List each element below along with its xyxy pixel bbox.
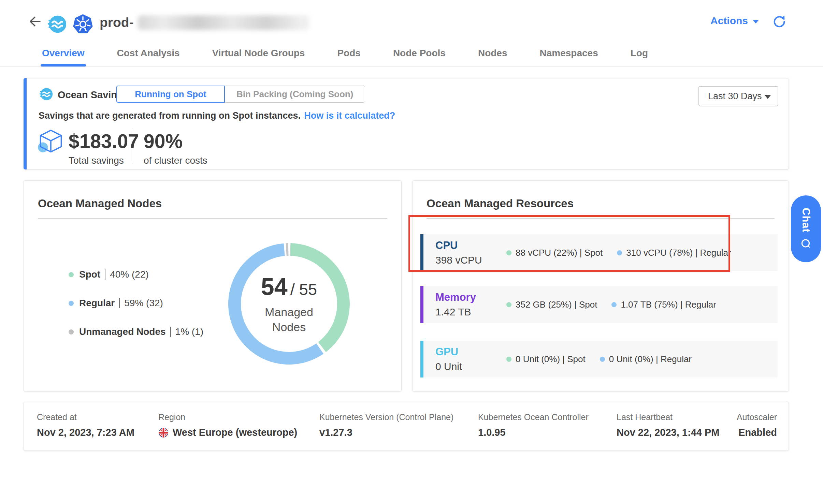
running-on-spot-toggle[interactable]: Running on Spot — [116, 86, 225, 103]
back-arrow-icon — [27, 14, 42, 29]
kubernetes-logo-icon — [72, 14, 93, 35]
redacted-cluster-name — [138, 15, 309, 30]
total-savings-label: Total savings — [69, 155, 139, 166]
divider — [38, 218, 387, 219]
spot-legend-dot — [506, 357, 511, 362]
tab-nodes[interactable]: Nodes — [478, 40, 507, 66]
regular-legend-dot — [600, 357, 605, 362]
how-calculated-link[interactable]: How is it calculated? — [304, 110, 395, 121]
total-savings-value: $183.07 — [69, 132, 139, 151]
footer-last-heartbeat: Last Heartbeat Nov 22, 2023, 1:44 PM — [617, 412, 719, 438]
legend-item-regular: Regular 59% (32) — [69, 297, 203, 309]
managed-resources-title: Ocean Managed Resources — [427, 197, 574, 210]
chat-button[interactable]: Chat — [791, 195, 821, 262]
cpu-legend: 88 vCPU (22%) | Spot 310 vCPU (78%) | Re… — [506, 248, 731, 258]
legend-item-spot: Spot 40% (22) — [69, 269, 203, 280]
ocean-savings-icon — [39, 87, 54, 102]
tab-pods[interactable]: Pods — [337, 40, 360, 66]
gpu-color-bar — [420, 341, 423, 377]
unmanaged-legend-dot — [69, 329, 74, 335]
cluster-cost-percent-label: of cluster costs — [144, 155, 207, 166]
resource-row-memory: Memory 1.42 TB 352 GB (25%) | Spot 1.07 … — [420, 286, 778, 323]
divider — [427, 218, 775, 219]
legend-item-unmanaged: Unmanaged Nodes 1% (1) — [69, 326, 203, 338]
memory-total: 1.42 TB — [435, 306, 506, 318]
gpu-legend: 0 Unit (0%) | Spot 0 Unit (0%) | Regular — [506, 354, 692, 365]
tab-node-pools[interactable]: Node Pools — [393, 40, 446, 66]
footer-created-at: Created at Nov 2, 2023, 7:23 AM — [37, 412, 134, 438]
ocean-cluster-overview-page: prod- Actions Overview Cost Analysis Vir… — [0, 0, 823, 504]
chevron-down-icon — [765, 95, 771, 99]
period-dropdown[interactable]: Last 30 Days — [698, 86, 778, 106]
gpu-total: 0 Unit — [435, 361, 506, 372]
donut-caption: Managed Nodes — [265, 305, 313, 335]
stats-divider — [133, 130, 133, 162]
cluster-cost-percent-value: 90% — [144, 132, 207, 151]
tab-virtual-node-groups[interactable]: Virtual Node Groups — [212, 40, 305, 66]
refresh-button[interactable] — [772, 14, 787, 29]
spot-legend-dot — [69, 272, 74, 277]
cpu-label: CPU — [435, 239, 506, 252]
tab-bar: Overview Cost Analysis Virtual Node Grou… — [0, 40, 823, 67]
tab-namespaces[interactable]: Namespaces — [539, 40, 598, 66]
ocean-savings-banner: Ocean Savings: Running on Spot Bin Packi… — [24, 78, 789, 169]
total-savings-stat: $183.07 Total savings — [69, 132, 139, 166]
spot-legend-dot — [506, 302, 511, 307]
banner-accent-bar — [24, 78, 27, 169]
footer-autoscaler: Autoscaler Enabled — [737, 412, 777, 438]
total-count: / 55 — [290, 280, 317, 299]
ocean-logo-icon — [46, 14, 68, 35]
autoscaler-status: Enabled — [737, 427, 777, 438]
regular-legend-dot — [69, 301, 74, 306]
gpu-label: GPU — [435, 346, 506, 358]
spot-legend-dot — [506, 250, 511, 255]
managed-nodes-title: Ocean Managed Nodes — [38, 197, 162, 210]
top-header: prod- Actions — [0, 0, 823, 40]
tab-log[interactable]: Log — [631, 40, 648, 66]
savings-cube-icon — [38, 128, 64, 155]
memory-legend: 352 GB (25%) | Spot 1.07 TB (75%) | Regu… — [506, 299, 716, 310]
managed-nodes-legend: Spot 40% (22) Regular 59% (32) Unmanaged… — [69, 269, 203, 338]
footer-ocean-controller: Kubernetes Ocean Controller 1.0.95 — [478, 412, 589, 438]
chat-label: Chat — [800, 208, 812, 233]
tab-overview[interactable]: Overview — [42, 40, 85, 66]
chevron-down-icon — [753, 20, 759, 24]
cpu-total: 398 vCPU — [435, 254, 506, 266]
page-title: prod- — [100, 15, 134, 30]
cpu-color-bar — [420, 234, 423, 271]
refresh-icon — [772, 14, 786, 29]
regular-legend-dot — [611, 302, 617, 307]
managed-count: 54 — [261, 273, 288, 300]
footer-region: Region West Europe (westeurope) — [158, 412, 297, 438]
managed-nodes-card: Ocean Managed Nodes Spot 40% (22) Regula… — [24, 180, 402, 391]
savings-description: Savings that are generated from running … — [39, 110, 395, 121]
legend-separator — [105, 269, 105, 280]
legend-separator — [170, 327, 171, 337]
regular-legend-dot — [617, 250, 622, 255]
tab-cost-analysis[interactable]: Cost Analysis — [117, 40, 180, 66]
managed-resources-card: Ocean Managed Resources CPU 398 vCPU 88 … — [412, 180, 789, 391]
actions-label: Actions — [710, 15, 748, 27]
actions-button[interactable]: Actions — [710, 15, 759, 27]
managed-nodes-donut: 54 / 55 Managed Nodes — [224, 239, 354, 369]
memory-color-bar — [420, 286, 423, 323]
uk-flag-icon — [158, 428, 169, 438]
cluster-cost-percent-stat: 90% of cluster costs — [144, 132, 207, 166]
period-dropdown-value: Last 30 Days — [708, 91, 762, 102]
donut-center-label: 54 / 55 Managed Nodes — [224, 239, 354, 369]
resource-row-gpu: GPU 0 Unit 0 Unit (0%) | Spot 0 Unit (0%… — [420, 341, 778, 377]
cluster-info-footer: Created at Nov 2, 2023, 7:23 AM Region W… — [24, 402, 789, 451]
back-button[interactable] — [27, 14, 42, 30]
savings-mode-toggle: Running on Spot Bin Packing (Coming Soon… — [116, 86, 365, 103]
chat-bubble-icon — [800, 238, 812, 250]
footer-k8s-version: Kubernetes Version (Control Plane) v1.27… — [319, 412, 453, 438]
memory-label: Memory — [435, 291, 506, 303]
legend-separator — [119, 298, 120, 308]
resource-row-cpu: CPU 398 vCPU 88 vCPU (22%) | Spot 310 vC… — [420, 234, 778, 271]
bin-packing-toggle[interactable]: Bin Packing (Coming Soon) — [225, 86, 365, 103]
